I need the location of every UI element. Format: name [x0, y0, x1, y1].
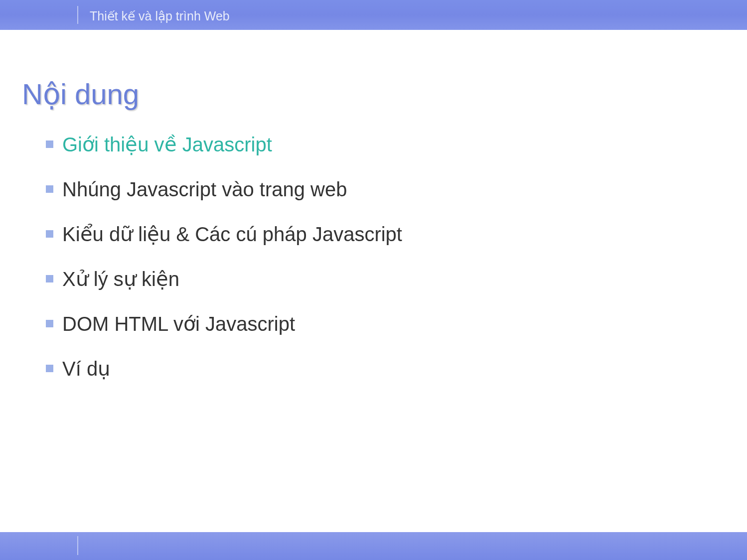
bullet-text: Kiểu dữ liệu & Các cú pháp Javascript — [62, 222, 402, 247]
bullet-text: DOM HTML với Javascript — [62, 311, 295, 336]
bullet-item: Nhúng Javascript vào trang web — [46, 177, 725, 202]
square-bullet-icon — [46, 185, 53, 193]
square-bullet-icon — [46, 275, 53, 282]
footer-divider — [77, 536, 78, 555]
bullet-list: Giới thiệu về JavascriptNhúng Javascript… — [22, 132, 725, 381]
bullet-text: Giới thiệu về Javascript — [62, 132, 272, 157]
bullet-text: Nhúng Javascript vào trang web — [62, 177, 347, 202]
breadcrumb: Thiết kế và lập trình Web — [90, 9, 230, 23]
square-bullet-icon — [46, 365, 53, 372]
bullet-item: Kiểu dữ liệu & Các cú pháp Javascript — [46, 222, 725, 247]
header-divider — [77, 6, 78, 24]
slide-title: Nội dung — [22, 77, 725, 111]
footer-bar — [0, 532, 747, 560]
header-bar: Thiết kế và lập trình Web — [0, 0, 747, 30]
bullet-item: DOM HTML với Javascript — [46, 311, 725, 336]
square-bullet-icon — [46, 140, 53, 148]
square-bullet-icon — [46, 320, 53, 327]
bullet-text: Ví dụ — [62, 356, 110, 381]
slide-content: Nội dung Giới thiệu về JavascriptNhúng J… — [0, 30, 747, 381]
bullet-item: Giới thiệu về Javascript — [46, 132, 725, 157]
bullet-item: Ví dụ — [46, 356, 725, 381]
bullet-text: Xử lý sự kiện — [62, 267, 179, 291]
square-bullet-icon — [46, 230, 53, 238]
bullet-item: Xử lý sự kiện — [46, 267, 725, 291]
